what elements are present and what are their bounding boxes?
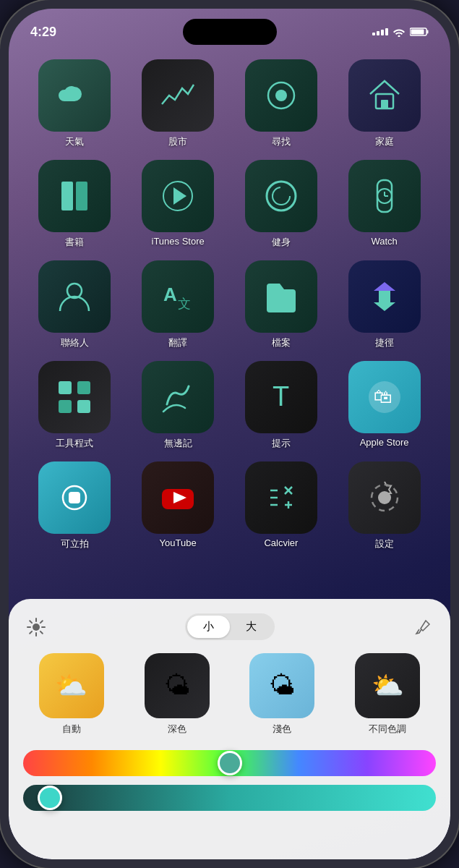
- svg-point-4: [275, 90, 287, 101]
- app-weather[interactable]: 天氣: [29, 59, 121, 148]
- svg-text:A: A: [163, 284, 177, 305]
- svg-text:文: 文: [178, 297, 191, 311]
- clock: 4:29: [30, 25, 56, 40]
- rainbow-color-slider[interactable]: [23, 750, 436, 776]
- svg-point-40: [33, 624, 40, 631]
- icon-option-light-label: 淺色: [273, 723, 291, 736]
- app-fitness[interactable]: 健身: [236, 160, 327, 249]
- svg-point-11: [267, 182, 296, 210]
- svg-rect-23: [77, 400, 90, 413]
- icon-option-light[interactable]: 🌤 淺色: [234, 653, 331, 736]
- app-reminders[interactable]: T 提示: [236, 361, 327, 450]
- svg-text:🛍: 🛍: [374, 386, 392, 407]
- eyedropper-icon[interactable]: [410, 614, 436, 640]
- rainbow-slider-thumb[interactable]: [218, 751, 242, 775]
- app-grid: 天氣 股市 尋找: [9, 52, 450, 558]
- signal-icon: [372, 28, 388, 35]
- svg-rect-21: [77, 381, 90, 394]
- size-large-btn[interactable]: 大: [230, 616, 273, 638]
- app-clips[interactable]: 可立拍: [29, 461, 121, 550]
- size-small-btn[interactable]: 小: [187, 616, 230, 638]
- app-freeform[interactable]: 無邊記: [132, 361, 224, 450]
- svg-line-45: [30, 621, 32, 623]
- app-contacts[interactable]: 聯絡人: [29, 260, 121, 349]
- svg-rect-20: [59, 381, 72, 394]
- icon-option-dark[interactable]: 🌤 深色: [129, 653, 226, 736]
- wifi-icon: [392, 27, 406, 37]
- teal-slider-thumb[interactable]: [38, 786, 62, 810]
- icon-option-auto[interactable]: ⛅ 自動: [23, 653, 120, 736]
- icon-preview-auto: ⛅: [39, 653, 104, 718]
- color-slider-container: [23, 750, 436, 811]
- svg-line-48: [30, 631, 32, 633]
- icon-preview-custom: ⛅: [355, 653, 420, 718]
- size-toggle[interactable]: 小 大: [185, 613, 275, 640]
- app-home[interactable]: 家庭: [338, 59, 430, 148]
- app-appstore[interactable]: 🛍 Apple Store: [338, 361, 430, 450]
- dynamic-island: [183, 19, 277, 45]
- phone-screen: 4:29: [9, 9, 450, 859]
- app-itunes[interactable]: iTunes Store: [132, 160, 224, 249]
- svg-rect-7: [61, 182, 73, 210]
- app-stocks[interactable]: 股市: [132, 59, 224, 148]
- svg-text:T: T: [273, 381, 289, 412]
- icon-preview-light: 🌤: [249, 653, 314, 718]
- svg-point-12: [273, 187, 290, 205]
- phone-frame: 4:29: [0, 0, 459, 868]
- app-shortcuts[interactable]: 捷徑: [338, 260, 430, 349]
- panel-header: 小 大: [23, 613, 436, 640]
- svg-rect-22: [59, 400, 72, 413]
- app-find[interactable]: 尋找: [236, 59, 327, 148]
- app-calcvier[interactable]: Calcvier: [236, 461, 327, 550]
- svg-rect-28: [69, 492, 80, 503]
- app-files[interactable]: 檔案: [236, 260, 327, 349]
- app-settings[interactable]: 設定: [338, 461, 430, 550]
- app-utilities[interactable]: 工具程式: [29, 361, 121, 450]
- app-books[interactable]: 書籍: [29, 160, 121, 249]
- svg-rect-2: [427, 30, 429, 34]
- svg-rect-6: [381, 100, 388, 109]
- icon-preview-dark: 🌤: [145, 653, 210, 718]
- svg-line-47: [40, 621, 43, 623]
- svg-rect-8: [76, 182, 87, 210]
- battery-icon: [410, 27, 429, 37]
- icon-option-dark-label: 深色: [168, 723, 186, 736]
- icon-option-custom-label: 不同色調: [369, 723, 406, 736]
- icon-option-custom[interactable]: ⛅ 不同色調: [339, 653, 436, 736]
- svg-line-46: [40, 631, 43, 633]
- teal-color-slider[interactable]: [23, 785, 436, 811]
- svg-rect-1: [411, 30, 424, 35]
- brightness-icon[interactable]: [23, 614, 49, 640]
- app-watch[interactable]: Watch: [338, 160, 430, 249]
- icon-option-auto-label: 自動: [62, 723, 81, 736]
- status-icons: [372, 27, 429, 37]
- app-translate[interactable]: A 文 翻譯: [132, 260, 224, 349]
- icon-options-grid: ⛅ 自動 🌤 深色 🌤 淺色: [23, 653, 436, 736]
- icon-customization-panel: 小 大 ⛅ 自動: [9, 599, 450, 859]
- svg-marker-9: [173, 187, 186, 205]
- app-youtube[interactable]: YouTube: [132, 461, 224, 550]
